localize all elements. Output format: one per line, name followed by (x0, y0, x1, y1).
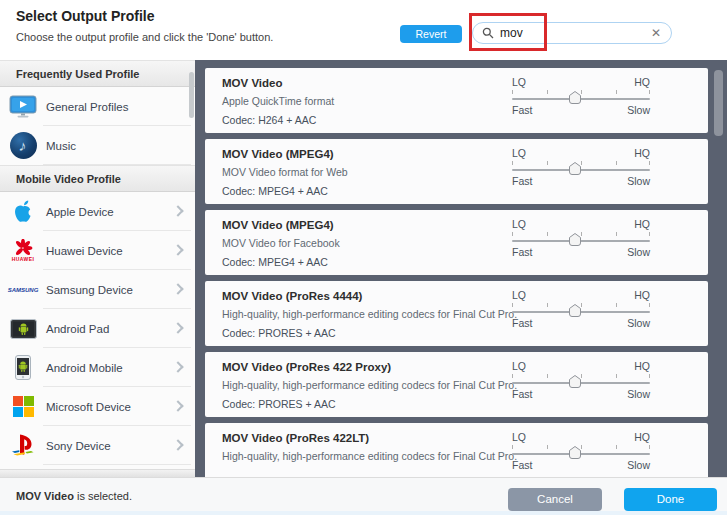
microsoft-icon (6, 396, 40, 417)
fast-label: Fast (512, 459, 532, 471)
page-title: Select Output Profile (16, 8, 154, 24)
page-subtitle: Choose the output profile and click the … (16, 31, 273, 43)
fast-label: Fast (512, 104, 532, 116)
apple-icon (6, 199, 40, 224)
lq-label: LQ (512, 431, 526, 443)
lq-label: LQ (512, 360, 526, 372)
hq-label: HQ (634, 147, 650, 159)
sidebar-item-general-profiles[interactable]: General Profiles (0, 87, 195, 126)
profile-card-mov-mpeg4-web[interactable]: MOV Video (MPEG4) MOV Video format for W… (205, 139, 708, 204)
chevron-right-icon (172, 244, 183, 255)
hq-label: HQ (634, 289, 650, 301)
selected-profile-name: MOV Video (16, 490, 74, 502)
fast-label: Fast (512, 388, 532, 400)
dialog-header: Select Output Profile Choose the output … (0, 0, 727, 60)
quality-slider[interactable]: LQ HQ Fast Slow (512, 431, 650, 471)
sidebar-item-music[interactable]: ♪ Music (0, 126, 195, 165)
slow-label: Slow (627, 104, 650, 116)
sidebar-item-android-mobile[interactable]: Android Mobile (0, 348, 195, 387)
profile-card-prores-4444[interactable]: MOV Video (ProRes 4444) High-quality, hi… (205, 281, 708, 346)
search-icon (482, 27, 494, 39)
sidebar-item-label: Android Pad (46, 323, 109, 335)
sidebar-item-label: Android Mobile (46, 362, 123, 374)
profile-card-mov-video[interactable]: MOV Video Apple QuickTime format Codec: … (205, 68, 708, 133)
chevron-right-icon (172, 439, 183, 450)
selection-status-suffix: is selected. (74, 490, 132, 502)
profile-description: MOV Video for Facebook (222, 237, 340, 249)
quality-slider[interactable]: LQ HQ Fast Slow (512, 360, 650, 400)
sidebar-item-label: General Profiles (46, 101, 128, 113)
slider-handle[interactable] (569, 446, 581, 459)
hq-label: HQ (634, 76, 650, 88)
profile-title: MOV Video (222, 77, 283, 89)
profile-codec: Codec: PRORES + AAC (222, 398, 336, 410)
slider-handle[interactable] (569, 162, 581, 175)
quality-slider[interactable]: LQ HQ Fast Slow (512, 147, 650, 187)
profile-sidebar: Frequently Used Profile General Profiles… (0, 60, 195, 477)
slow-label: Slow (627, 175, 650, 187)
profile-codec: Codec: H264 + AAC (222, 114, 316, 126)
tv-play-icon (6, 95, 40, 118)
sidebar-item-samsung-device[interactable]: SAMSUNG Samsung Device (0, 270, 195, 309)
sidebar-scrollbar-thumb[interactable] (189, 72, 194, 118)
profile-title: MOV Video (ProRes 422 Proxy) (222, 361, 391, 373)
done-button[interactable]: Done (624, 488, 717, 511)
sidebar-section-mobile-video: Mobile Video Profile (0, 165, 195, 192)
search-box[interactable]: ✕ (472, 22, 672, 44)
lq-label: LQ (512, 147, 526, 159)
lq-label: LQ (512, 76, 526, 88)
profile-card-prores-422lt[interactable]: MOV Video (ProRes 422LT) High-quality, h… (205, 423, 708, 477)
profile-card-mov-mpeg4-facebook[interactable]: MOV Video (MPEG4) MOV Video for Facebook… (205, 210, 708, 275)
sidebar-item-apple-device[interactable]: Apple Device (0, 192, 195, 231)
profile-description: High-quality, high-performance editing c… (222, 450, 517, 462)
sidebar-item-sony-device[interactable]: Sony Device (0, 426, 195, 465)
playstation-icon (6, 433, 40, 458)
slider-handle[interactable] (569, 375, 581, 388)
slider-track[interactable] (512, 231, 650, 246)
hq-label: HQ (634, 360, 650, 372)
sidebar-item-label: Samsung Device (46, 284, 133, 296)
profile-title: MOV Video (ProRes 422LT) (222, 432, 369, 444)
profile-card-prores-422-proxy[interactable]: MOV Video (ProRes 422 Proxy) High-qualit… (205, 352, 708, 417)
profile-description: High-quality, high-performance editing c… (222, 379, 517, 391)
slider-handle[interactable] (569, 304, 581, 317)
sidebar-item-label: Huawei Device (46, 245, 123, 257)
slider-track[interactable] (512, 444, 650, 459)
revert-button[interactable]: Revert (400, 25, 462, 43)
slider-track[interactable] (512, 89, 650, 104)
sidebar-item-label: Microsoft Device (46, 401, 131, 413)
sidebar-item-android-pad[interactable]: Android Pad (0, 309, 195, 348)
quality-slider[interactable]: LQ HQ Fast Slow (512, 289, 650, 329)
slider-track[interactable] (512, 302, 650, 317)
slow-label: Slow (627, 459, 650, 471)
slider-track[interactable] (512, 373, 650, 388)
search-input[interactable] (500, 26, 650, 40)
fast-label: Fast (512, 175, 532, 187)
quality-slider[interactable]: LQ HQ Fast Slow (512, 76, 650, 116)
profile-codec: Codec: PRORES + AAC (222, 327, 336, 339)
dialog-footer: MOV Video is selected. Cancel Done (0, 477, 727, 515)
slider-track[interactable] (512, 160, 650, 175)
hq-label: HQ (634, 218, 650, 230)
slider-handle[interactable] (569, 91, 581, 104)
sidebar-item-label: Music (46, 140, 76, 152)
clear-search-icon[interactable]: ✕ (650, 27, 662, 39)
sidebar-item-microsoft-device[interactable]: Microsoft Device (0, 387, 195, 426)
profile-title: MOV Video (MPEG4) (222, 148, 334, 160)
slow-label: Slow (627, 317, 650, 329)
android-tablet-icon (6, 319, 40, 339)
sidebar-item-huawei-device[interactable]: HUAWEI Huawei Device (0, 231, 195, 270)
profile-list-panel: MOV Video Apple QuickTime format Codec: … (195, 60, 727, 477)
android-phone-icon (6, 355, 40, 380)
profile-list: MOV Video Apple QuickTime format Codec: … (195, 60, 727, 477)
slow-label: Slow (627, 388, 650, 400)
sidebar-item-label: Sony Device (46, 440, 111, 452)
profile-description: Apple QuickTime format (222, 95, 334, 107)
cancel-button[interactable]: Cancel (508, 488, 602, 511)
slider-handle[interactable] (569, 233, 581, 246)
sidebar-partial-section (0, 469, 195, 477)
chevron-right-icon (172, 361, 183, 372)
list-scrollbar-thumb[interactable] (714, 70, 723, 136)
fast-label: Fast (512, 246, 532, 258)
quality-slider[interactable]: LQ HQ Fast Slow (512, 218, 650, 258)
